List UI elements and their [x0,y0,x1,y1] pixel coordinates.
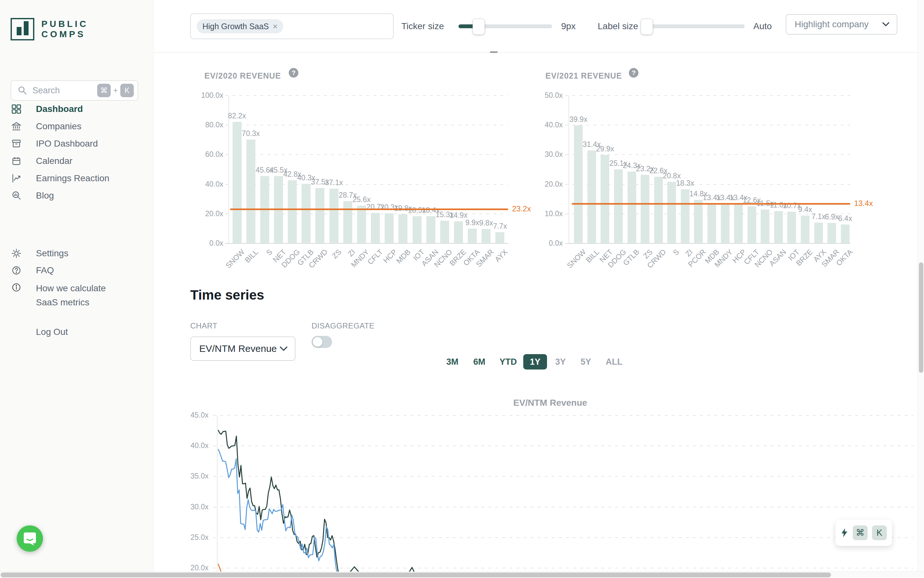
line-chart-title: EV/NTM Revenue [454,398,646,408]
bar-S[interactable] [667,182,676,244]
y-axis-tick-label: 25.0x [170,533,209,542]
gridline [225,154,508,155]
bar-CRWD[interactable] [654,177,663,244]
bar-GTLB[interactable] [628,172,636,244]
chevron-down-icon [279,346,288,352]
range-button-1y[interactable]: 1Y [523,354,547,370]
bar-ZS[interactable] [641,175,650,244]
bar-value-label: 9.8x [479,219,493,227]
bar-BILL[interactable] [588,151,596,244]
bar-OKTA[interactable] [841,224,849,244]
bar-ZS[interactable] [330,188,338,244]
y-axis-tick-label: 40.0x [185,180,223,188]
y-axis-tick-label: 60.0x [185,150,223,159]
range-button-5y[interactable]: 5Y [575,354,597,370]
bar-value-label: 7.1x [811,212,825,221]
bar-SMAR[interactable] [482,229,490,244]
bar-HCP[interactable] [734,204,743,244]
bar-MDB[interactable] [398,214,408,244]
command-palette-hint[interactable]: ⌘ K [835,520,892,546]
bar-SNOW[interactable] [232,122,242,244]
y-axis-tick-label: 45.0x [170,411,209,420]
y-axis-tick-label: 35.0x [170,472,209,481]
bar-CRWD[interactable] [315,188,324,244]
bar-NET[interactable] [601,155,609,244]
bar-value-label: 18.3x [676,179,694,188]
bar-NCNO[interactable] [440,221,449,244]
bar-SMAR[interactable] [827,223,836,244]
y-axis-tick-label: 30.0x [524,150,563,159]
range-button-3m[interactable]: 3M [441,354,464,370]
range-button-6m[interactable]: 6M [468,354,490,370]
bar-IOT[interactable] [787,212,796,244]
bar-ASAN[interactable] [426,216,435,244]
range-button-all[interactable]: ALL [601,354,628,370]
bar-MNDY[interactable] [721,204,729,244]
y-axis-tick-label: 0.0x [524,239,563,248]
bar-DDOG[interactable] [614,169,623,244]
x-axis-ticker-label: S [672,248,681,257]
bar-BRZE[interactable] [801,216,809,244]
bar-MNDY[interactable] [357,206,366,244]
x-axis-ticker-label: CFLT [366,248,385,266]
bar-value-label: 7.7x [493,222,507,231]
public-comps-dashboard: PUBLIC COMPS Search ⌘ + K Dashboard [0,0,924,578]
bar-value-label: 6.9x [825,213,839,221]
y-axis-tick-label: 100.0x [185,91,223,100]
aggregate-dark-tail-1 [349,567,360,572]
bar-NCNO[interactable] [761,209,769,244]
y-axis-tick-label: 0.0x [185,239,223,248]
bar-BRZE[interactable] [454,221,463,244]
bar-CFLT[interactable] [747,206,756,244]
bar-HCP[interactable] [385,213,394,244]
line-chart-plot[interactable] [212,398,914,572]
bar-DDOG[interactable] [288,180,297,244]
y-axis-tick-label: 20.0x [524,180,563,188]
bar-PCOR[interactable] [694,200,703,244]
bar-SNOW[interactable] [574,125,583,244]
bar-ASAN[interactable] [774,211,783,244]
bar-AYX[interactable] [814,222,823,244]
bar-OKTA[interactable] [468,229,477,244]
x-axis-ticker-label: HCP [382,248,398,265]
bar-value-label: 39.9x [570,115,588,124]
bar-IOT[interactable] [412,216,422,244]
gridline [225,125,508,125]
bar-ZI[interactable] [343,201,352,244]
y-axis-tick-label: 80.0x [185,120,223,129]
range-button-3y[interactable]: 3Y [549,354,572,370]
aggregate-dark-tail-2 [408,567,416,572]
gridline [225,95,508,96]
bar-value-label: 6.4x [838,214,852,223]
chart-metric-select[interactable]: EV/NTM Revenue [190,336,296,361]
bar-BILL[interactable] [247,140,255,244]
disaggregate-toggle[interactable] [312,336,332,348]
disaggregate-label: DISAGGREGATE [312,321,374,330]
x-axis-ticker-label: ZS [330,248,343,260]
lightning-icon [841,528,848,537]
y-axis-tick-label: 50.0x [524,91,563,100]
horizontal-scrollbar[interactable] [0,572,924,578]
bar-value-label: 82.2x [228,112,246,120]
bar-GTLB[interactable] [302,184,310,244]
y-axis-tick-label: 20.0x [185,209,223,218]
average-line-label: 13.4x [854,199,873,208]
horizontal-scrollbar-thumb[interactable] [1,573,831,577]
k-keycap: K [872,525,887,540]
aggregate-dark [218,430,338,572]
vertical-scrollbar[interactable] [918,0,924,572]
y-axis-tick-label: 40.0x [524,120,563,129]
range-button-ytd[interactable]: YTD [494,354,522,370]
x-axis-ticker-label: BILL [243,248,260,265]
chart-select-label: CHART [190,321,218,330]
gridline [565,95,850,96]
x-axis-ticker-label: S [265,248,274,257]
bar-CFLT[interactable] [371,213,380,244]
bar-MDB[interactable] [708,204,716,244]
bar-AYX[interactable] [495,232,504,244]
bar-ZI[interactable] [681,189,690,244]
orange-series-start [218,564,223,572]
x-axis-ticker-label: BILL [584,248,601,265]
vertical-scrollbar-thumb[interactable] [919,262,923,373]
bar-value-label: 14.9x [450,211,468,220]
